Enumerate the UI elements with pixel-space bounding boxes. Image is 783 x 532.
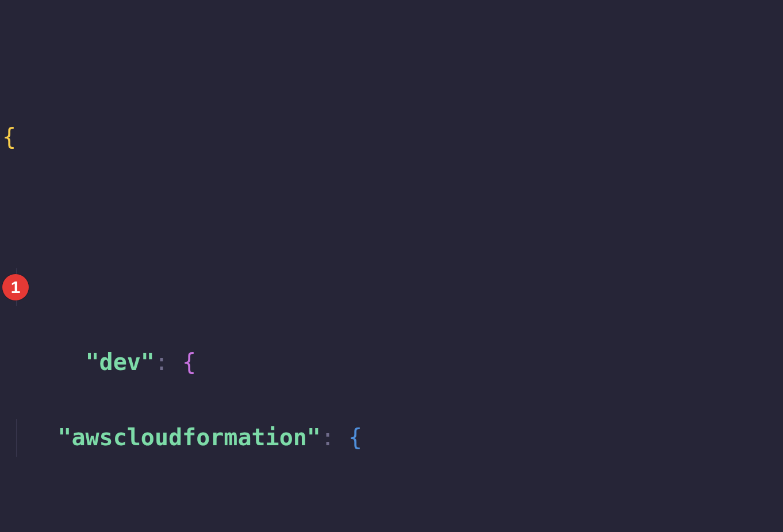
brace-open: { bbox=[348, 424, 362, 450]
indent-guide bbox=[16, 419, 17, 457]
brace-open: { bbox=[2, 124, 16, 150]
colon: : bbox=[155, 349, 168, 375]
code-editor: { 1 "dev": { "awscloudformation": { "Aut… bbox=[0, 0, 783, 532]
colon: : bbox=[321, 424, 335, 450]
code-line: "awscloudformation": { bbox=[1, 419, 783, 457]
code-line: { bbox=[1, 118, 783, 156]
json-key: "dev" bbox=[86, 349, 155, 375]
annotation-badge-1: 1 bbox=[2, 274, 29, 300]
code-line: 1 "dev": { bbox=[1, 268, 783, 306]
brace-open: { bbox=[182, 349, 196, 375]
json-key: "awscloudformation" bbox=[57, 424, 321, 450]
